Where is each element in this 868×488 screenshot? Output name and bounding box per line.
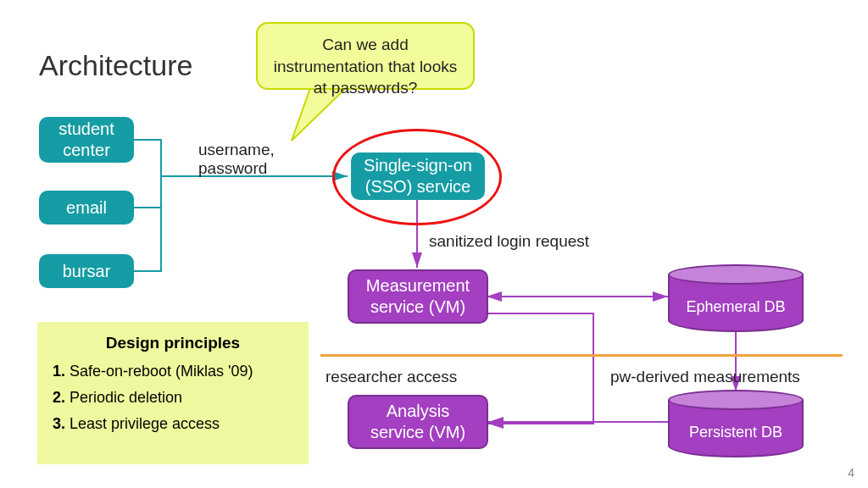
node-label: (SSO) service <box>364 176 472 197</box>
label-researcher: researcher access <box>326 368 457 386</box>
node-label: Analysis <box>370 401 465 422</box>
node-label: email <box>66 197 107 219</box>
db-label: Persistent DB <box>668 424 804 441</box>
principles-item: 3. Least privilege access <box>53 415 293 433</box>
node-email: email <box>39 191 134 225</box>
node-label: bursar <box>63 261 111 282</box>
node-student-center: student center <box>39 117 134 163</box>
callout-question: Can we add instrumentation that looks at… <box>256 22 475 90</box>
node-label: service (VM) <box>366 297 470 318</box>
principles-title: Design principles <box>53 334 293 352</box>
node-sso: Single-sign-on (SSO) service <box>351 152 485 200</box>
db-ephemeral: Ephemeral DB <box>668 264 804 332</box>
db-persistent: Persistent DB <box>668 390 804 458</box>
node-analysis: Analysis service (VM) <box>348 395 488 449</box>
node-label: Measurement <box>366 275 470 297</box>
node-bursar: bursar <box>39 254 134 288</box>
principles-item: 1. Safe-on-reboot (Miklas '09) <box>53 363 293 380</box>
label-pwderived: pw-derived measurements <box>610 368 800 386</box>
label-sanitized: sanitized login request <box>429 232 589 251</box>
db-label: Ephemeral DB <box>668 298 804 316</box>
label-credentials: username, password <box>198 141 275 178</box>
node-label: service (VM) <box>370 422 465 443</box>
node-label: student center <box>39 119 134 161</box>
node-measurement: Measurement service (VM) <box>348 269 488 324</box>
divider-line <box>320 354 843 357</box>
page-number: 4 <box>848 466 854 480</box>
page-title: Architecture <box>39 49 192 82</box>
node-label: Single-sign-on <box>364 155 472 176</box>
design-principles-panel: Design principles 1. Safe-on-reboot (Mik… <box>37 322 309 464</box>
principles-item: 2. Periodic deletion <box>53 389 293 407</box>
